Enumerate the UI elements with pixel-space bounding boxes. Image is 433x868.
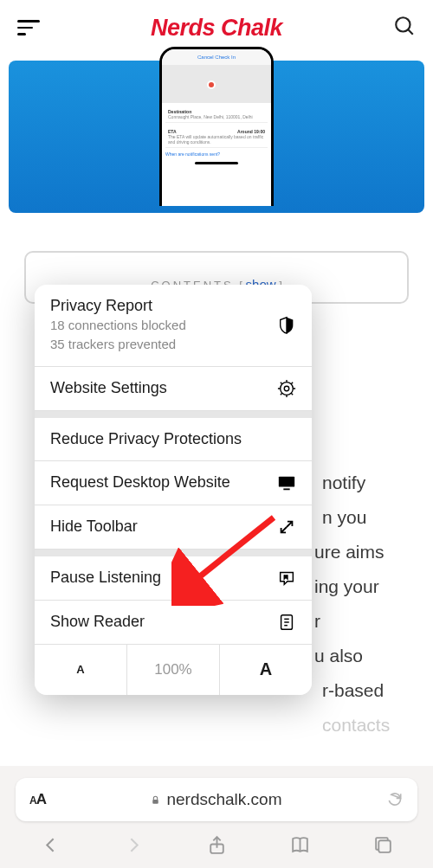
phone-notif-link: When are notifications sent? — [165, 151, 268, 157]
forward-button[interactable] — [123, 834, 145, 856]
svg-rect-11 — [153, 799, 159, 803]
shield-icon — [277, 316, 296, 335]
reader-icon — [277, 613, 296, 632]
phone-cancel-link: Cancel Check In — [162, 49, 271, 65]
pause-listening-item[interactable]: Pause Listening — [35, 556, 312, 601]
privacy-report-item[interactable]: Privacy Report 18 connections blocked 35… — [35, 285, 312, 367]
article-text: r-based — [322, 673, 384, 708]
url-domain: nerdschalk.com — [166, 790, 281, 809]
eta-note: The ETA will update automatically based … — [168, 134, 265, 145]
reduce-privacy-item[interactable]: Reduce Privacy Protections — [35, 418, 312, 461]
svg-rect-5 — [283, 488, 289, 490]
article-text: notify — [322, 466, 365, 500]
menu-icon[interactable] — [17, 20, 40, 35]
article-text: r — [314, 604, 320, 639]
speech-sound-icon — [277, 569, 296, 588]
text-smaller-button[interactable]: A — [35, 645, 127, 695]
svg-rect-14 — [378, 840, 391, 852]
article-text: ure aims — [314, 535, 385, 569]
search-icon[interactable] — [393, 15, 416, 41]
text-larger-button[interactable]: A — [220, 645, 312, 695]
hero-image: Cancel Check In Destination Connaught Pl… — [9, 61, 424, 213]
hide-toolbar-item[interactable]: Hide Toolbar — [35, 505, 312, 550]
svg-point-0 — [396, 17, 410, 31]
bookmarks-button[interactable] — [289, 834, 311, 856]
tabs-button[interactable] — [372, 834, 394, 856]
safari-aa-menu: Privacy Report 18 connections blocked 35… — [35, 285, 312, 695]
aa-button[interactable]: AA — [29, 791, 46, 808]
article-text: ing your — [314, 569, 379, 604]
desktop-icon — [277, 473, 296, 492]
dest-value: Connaught Place, New Delhi, 110001, Delh… — [168, 114, 265, 119]
article-text: n you — [322, 500, 366, 535]
show-reader-item[interactable]: Show Reader — [35, 601, 312, 645]
share-button[interactable] — [206, 834, 228, 856]
phone-map — [162, 65, 271, 103]
expand-icon — [277, 518, 296, 537]
url-bar[interactable]: AA nerdschalk.com — [16, 778, 417, 821]
lock-icon — [150, 794, 161, 806]
website-settings-item[interactable]: Website Settings — [35, 367, 312, 411]
svg-rect-4 — [279, 476, 294, 486]
article-text: u also — [314, 639, 363, 673]
svg-line-1 — [408, 29, 412, 34]
back-button[interactable] — [40, 834, 61, 856]
svg-point-3 — [284, 386, 289, 391]
text-zoom-value[interactable]: 100% — [127, 645, 220, 695]
reload-icon[interactable] — [386, 791, 404, 808]
article-text: contacts — [322, 708, 390, 743]
request-desktop-item[interactable]: Request Desktop Website — [35, 461, 312, 505]
site-logo[interactable]: Nerds Chalk — [151, 15, 282, 42]
svg-point-2 — [281, 382, 294, 395]
gear-icon — [277, 379, 296, 398]
